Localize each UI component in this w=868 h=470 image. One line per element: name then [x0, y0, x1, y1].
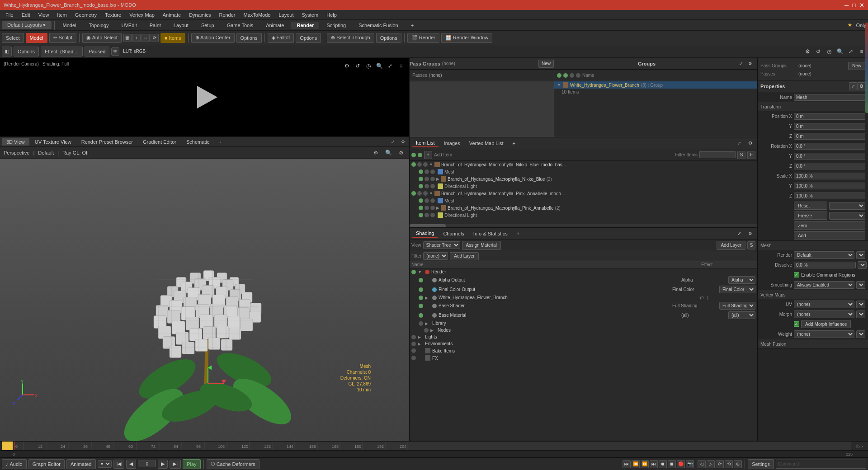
menu-file[interactable]: File	[2, 11, 17, 19]
vertex-maps-title[interactable]: Vertex Maps	[758, 290, 868, 299]
item-mesh-2[interactable]: Mesh	[410, 197, 757, 204]
preview-clock-icon[interactable]: ◷	[364, 61, 373, 70]
options-btn-1[interactable]: Options	[236, 33, 262, 43]
item-branch-pink-group[interactable]: ▼ Branch_of_Hydrangea_Macrophylla_Pink_A…	[410, 190, 757, 197]
search-icon[interactable]: 🔍	[835, 47, 844, 56]
preview-refresh-icon[interactable]: ↺	[353, 61, 362, 70]
layout-tab-model[interactable]: Model	[57, 22, 82, 29]
menu-vertex-map[interactable]: Vertex Map	[126, 11, 158, 19]
layout-tab-paint[interactable]: Paint	[144, 22, 166, 29]
groups-gear-icon[interactable]: ⚙	[745, 59, 755, 68]
mesh-fusion-title[interactable]: Mesh Fusion	[758, 339, 868, 348]
zero-btn[interactable]: Zero	[794, 221, 865, 230]
auto-select-btn[interactable]: ◉ Auto Select	[82, 33, 122, 43]
weight-select[interactable]: (none)	[794, 330, 854, 338]
mesh-section-title[interactable]: Mesh	[758, 241, 868, 250]
tab-vertex-map-list[interactable]: Vertex Map List	[466, 140, 507, 147]
settings-icon[interactable]: ⚙	[803, 47, 812, 56]
go-end-btn[interactable]: ▶|	[170, 460, 181, 469]
mode-model-btn[interactable]: Model	[26, 33, 47, 43]
action-center-btn[interactable]: ⊕ Action Center	[191, 33, 235, 43]
alpha-effect-select[interactable]: Alpha	[728, 276, 755, 284]
items-expand-icon[interactable]: ⤢	[735, 139, 744, 148]
preview-menu-icon[interactable]: ≡	[396, 61, 406, 70]
layout-tab-scripting[interactable]: Scripting	[321, 22, 351, 29]
weight-arrow[interactable]: ▾	[856, 330, 865, 338]
vp-icon-3[interactable]: ⟳	[716, 460, 724, 468]
settings-btn[interactable]: Settings	[748, 459, 774, 469]
pb-icon-4[interactable]: ⏭	[650, 460, 658, 468]
minimize-btn[interactable]: ─	[844, 2, 849, 9]
scale-z-input[interactable]	[794, 193, 865, 199]
3d-search-icon[interactable]: 🔍	[384, 148, 393, 157]
effect-label[interactable]: Effect: (Shadi...	[41, 47, 83, 56]
render-arrow-select[interactable]: ▾	[856, 251, 865, 259]
add-morph-btn[interactable]: Add Morph Influence	[801, 320, 851, 328]
item-light-1[interactable]: Directional Light	[410, 183, 757, 190]
position-y-input[interactable]	[794, 123, 865, 130]
items-scrollbar[interactable]	[410, 224, 757, 227]
step-fwd-btn[interactable]: ▶	[158, 460, 168, 469]
viewport-expand-icon[interactable]: ⤢	[388, 137, 397, 146]
layout-tab-add[interactable]: +	[406, 22, 419, 29]
layout-tab-layout[interactable]: Layout	[168, 22, 194, 29]
tab-render-preset[interactable]: Render Preset Browser	[77, 138, 137, 146]
play-preview-btn[interactable]	[193, 86, 216, 108]
menu-view[interactable]: View	[35, 11, 53, 19]
shader-tree-select[interactable]: Shader Tree	[423, 241, 460, 249]
tab-uv-texture[interactable]: UV Texture View	[30, 138, 76, 146]
layout-tab-gametools[interactable]: Game Tools	[222, 22, 259, 29]
item-branch-nikko-group[interactable]: ▼ Branch_of_Hydrangea_Macrophylla_Nikko_…	[410, 161, 757, 168]
3d-settings-icon[interactable]: ⚙	[371, 148, 380, 157]
layout-tab-schematic[interactable]: Schematic Fusion	[353, 22, 403, 29]
menu-texture[interactable]: Texture	[101, 11, 125, 19]
preview-zoom-icon[interactable]: 🔍	[375, 61, 384, 70]
item-branch-nikko-sub[interactable]: ▶ Branch_of_Hydrangea_Macrophylla_Nikko_…	[410, 175, 757, 183]
dissolve-input[interactable]	[794, 262, 856, 268]
props-gear-btn[interactable]: ⚙	[857, 82, 865, 90]
options-secondary[interactable]: Options	[14, 47, 39, 56]
render-select[interactable]: Default	[794, 251, 854, 259]
refresh-icon[interactable]: ↺	[814, 47, 823, 56]
secondary-icon-btn[interactable]: ◧	[2, 47, 12, 56]
rotation-x-input[interactable]	[794, 143, 865, 150]
viewport-menu-icon[interactable]: ⚙	[398, 137, 407, 146]
preview-settings-icon[interactable]: ⚙	[342, 61, 351, 70]
filter-select[interactable]: (none)	[423, 252, 448, 260]
maximize-btn[interactable]: □	[852, 2, 856, 9]
scale-x-input[interactable]	[794, 173, 865, 179]
tool-btn-4[interactable]: ⟳	[151, 34, 159, 42]
menu-item[interactable]: Item	[53, 11, 70, 19]
options-btn-2[interactable]: Options	[296, 33, 321, 43]
play-transport-btn[interactable]: Play	[183, 459, 200, 469]
clock-icon[interactable]: ◷	[825, 47, 834, 56]
shader-library[interactable]: ▶ Library	[410, 320, 757, 327]
tab-images[interactable]: Images	[440, 140, 464, 147]
props-expand-btn[interactable]: ⤢	[849, 82, 857, 90]
vp-icon-1[interactable]: ◁	[698, 460, 706, 468]
tab-3dview[interactable]: 3D View	[2, 138, 29, 146]
filter-items-input[interactable]	[699, 151, 736, 158]
command-regions-checkbox[interactable]: ✓	[794, 272, 799, 277]
bmat-effect-select[interactable]: (all)	[728, 311, 755, 319]
shader-hydrangea-group[interactable]: ▶ White_Hydrangea_Flower_Branch (0...)	[410, 294, 757, 301]
command-input[interactable]: Command	[776, 460, 866, 469]
pb-icon-6[interactable]: ⏹	[668, 460, 676, 468]
menu-help[interactable]: Help	[323, 11, 340, 19]
tool-btn-3[interactable]: ↔	[142, 34, 150, 42]
shader-alpha-output[interactable]: Alpha Output Alpha Alpha	[410, 275, 757, 285]
vp-icon-2[interactable]: ▷	[707, 460, 715, 468]
reset-select[interactable]	[829, 202, 865, 210]
freeze-btn[interactable]: Freeze	[794, 212, 827, 220]
smoothing-select[interactable]: Always Enabled	[794, 281, 854, 289]
item-light-2[interactable]: Directional Light	[410, 212, 757, 219]
close-btn[interactable]: ✕	[859, 2, 864, 9]
item-branch-pink-sub[interactable]: ▶ Branch_of_Hydrangea_Macrophylla_Pink_A…	[410, 204, 757, 212]
shading-expand-icon[interactable]: ⤢	[735, 229, 744, 238]
name-input[interactable]	[794, 94, 865, 101]
freeze-select[interactable]	[829, 212, 865, 220]
menu-edit[interactable]: Edit	[18, 11, 34, 19]
tab-gradient-editor[interactable]: Gradient Editor	[138, 138, 181, 146]
items-gear-icon[interactable]: ⚙	[745, 139, 755, 148]
tab-info-statistics[interactable]: Info & Statistics	[470, 230, 511, 237]
